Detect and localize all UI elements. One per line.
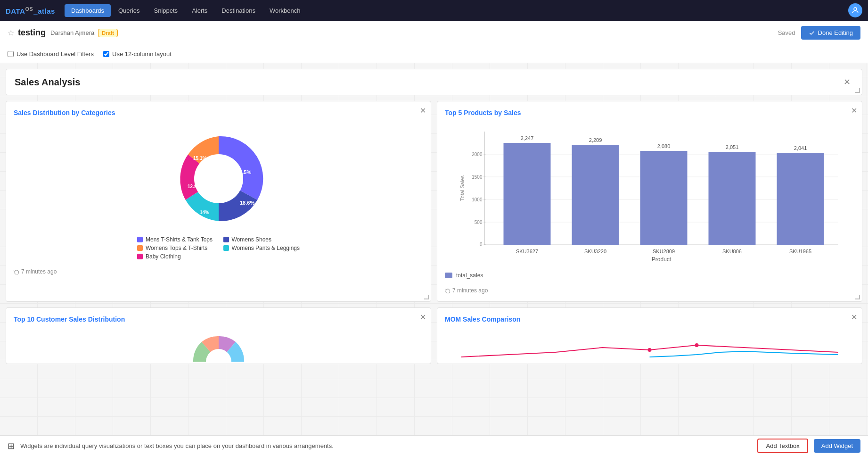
customer-donut-partial xyxy=(181,333,256,364)
label-baby: 12.9% xyxy=(188,184,201,189)
svg-text:2,247: 2,247 xyxy=(521,135,534,141)
bar-resize-handle[interactable] xyxy=(855,295,860,299)
x-axis-label: Product xyxy=(652,256,671,263)
dashboard-title: testing xyxy=(18,28,46,38)
donut-resize-handle[interactable] xyxy=(424,295,429,299)
nav-workbench[interactable]: Workbench xyxy=(263,4,307,17)
bar-sku2809 xyxy=(640,151,688,245)
svg-text:2,209: 2,209 xyxy=(589,137,602,143)
svg-text:1500: 1500 xyxy=(472,174,483,180)
svg-point-29 xyxy=(695,343,699,347)
y-axis-label: Total Sales xyxy=(459,175,465,201)
legend-item-mens: Mens T-Shirts & Tank Tops xyxy=(137,236,214,243)
mom-sales-widget: ✕ MOM Sales Comparison xyxy=(437,307,862,364)
widget-row-1: ✕ Sales Distribution by Categories xyxy=(6,101,862,302)
legend-dot-mens xyxy=(137,237,143,242)
svg-text:2,080: 2,080 xyxy=(657,143,671,149)
svg-text:1000: 1000 xyxy=(472,197,483,202)
donut-center xyxy=(194,154,243,203)
donut-svg: 39.5% 18.6% 14% 12.9% 15.1% xyxy=(167,127,270,231)
bar-chart-widget: ✕ Top 5 Products by Sales Total Sales 0 … xyxy=(437,101,862,302)
dashboard-content: Sales Analysis ✕ ✕ Sales Distribution by… xyxy=(0,63,868,435)
draft-badge: Draft xyxy=(98,29,118,37)
top-navigation: DATAOS_atlas Dashboards Queries Snippets… xyxy=(0,0,868,21)
svg-point-28 xyxy=(648,348,652,352)
donut-widget-close-button[interactable]: ✕ xyxy=(420,106,426,115)
legend-dot-shoes xyxy=(223,237,229,242)
label-shoes: 18.6% xyxy=(240,200,254,206)
column-layout-option[interactable]: Use 12-column layout xyxy=(103,50,172,58)
svg-text:0: 0 xyxy=(480,242,483,247)
svg-text:SKU3220: SKU3220 xyxy=(584,249,606,254)
donut-chart-widget: ✕ Sales Distribution by Categories xyxy=(6,101,431,302)
bar-sku3627 xyxy=(504,143,551,245)
svg-point-0 xyxy=(854,8,857,10)
widget-row-2: ✕ Top 10 Customer Sales Distribution ✕ M… xyxy=(6,307,862,364)
customer-sales-close-button[interactable]: ✕ xyxy=(420,313,426,322)
donut-refresh-info: 7 minutes ago xyxy=(14,268,423,275)
bar-sku806 xyxy=(709,152,756,245)
label-mens: 39.5% xyxy=(237,169,251,175)
dashboard-filters-checkbox[interactable] xyxy=(8,51,14,57)
svg-text:SKU1965: SKU1965 xyxy=(789,249,811,254)
mom-sales-close-button[interactable]: ✕ xyxy=(851,313,857,322)
column-layout-checkbox[interactable] xyxy=(103,51,109,57)
nav-queries[interactable]: Queries xyxy=(112,4,147,17)
svg-text:SKU2809: SKU2809 xyxy=(653,249,675,254)
user-avatar[interactable] xyxy=(848,3,862,17)
label-pants: 14% xyxy=(200,210,209,215)
saved-status: Saved xyxy=(778,29,795,36)
nav-snippets[interactable]: Snippets xyxy=(147,4,185,17)
bar-legend: total_sales xyxy=(445,272,854,279)
header-right: Saved Done Editing xyxy=(778,26,860,40)
bar-chart-svg: Total Sales 0 500 1000 1500 2000 xyxy=(445,127,854,268)
filters-bar: Use Dashboard Level Filters Use 12-colum… xyxy=(0,45,868,63)
customer-sales-title: Top 10 Customer Sales Distribution xyxy=(14,315,423,323)
nav-right xyxy=(848,3,862,17)
section-resize-handle[interactable] xyxy=(855,88,860,93)
app-logo: DATAOS_atlas xyxy=(6,6,55,15)
mom-chart-partial xyxy=(437,338,862,364)
bar-refresh-info: 7 minutes ago xyxy=(445,287,854,294)
donut-chart-container: 39.5% 18.6% 14% 12.9% 15.1% Mens T-Shirt… xyxy=(14,122,423,265)
svg-text:2000: 2000 xyxy=(472,152,483,157)
section-title: Sales Analysis xyxy=(15,77,80,88)
svg-text:SKU3627: SKU3627 xyxy=(516,249,538,254)
bar-sku3220 xyxy=(572,145,619,245)
legend-item-tops: Womens Tops & T-Shirts xyxy=(137,245,214,251)
bar-chart-title: Top 5 Products by Sales xyxy=(445,109,854,116)
refresh-icon-donut xyxy=(14,269,19,274)
nav-items: Dashboards Queries Snippets Alerts Desti… xyxy=(65,4,848,17)
svg-text:2,051: 2,051 xyxy=(726,144,739,150)
legend-item-baby: Baby Clothing xyxy=(137,253,214,260)
label-tops: 15.1% xyxy=(193,156,206,161)
section-close-button[interactable]: ✕ xyxy=(841,76,853,88)
legend-item-shoes: Womens Shoes xyxy=(223,236,300,243)
nav-destinations[interactable]: Destinations xyxy=(215,4,262,17)
svg-text:500: 500 xyxy=(475,220,483,225)
customer-sales-widget: ✕ Top 10 Customer Sales Distribution xyxy=(6,307,431,364)
bar-legend-dot xyxy=(445,273,452,278)
donut-legend: Mens T-Shirts & Tank Tops Womens Shoes W… xyxy=(137,236,300,260)
dashboard-level-filters-option[interactable]: Use Dashboard Level Filters xyxy=(8,50,94,58)
mom-sales-title: MOM Sales Comparison xyxy=(445,315,854,323)
refresh-icon-bar xyxy=(445,288,450,293)
done-editing-button[interactable]: Done Editing xyxy=(801,26,860,40)
legend-item-pants: Womens Pants & Leggings xyxy=(223,245,300,251)
legend-dot-tops xyxy=(137,245,143,251)
author-name: Darshan Ajmera xyxy=(50,29,94,36)
bar-chart-container: Total Sales 0 500 1000 1500 2000 xyxy=(445,122,854,283)
svg-text:SKU806: SKU806 xyxy=(722,249,742,254)
svg-text:2,041: 2,041 xyxy=(794,145,807,151)
legend-dot-baby xyxy=(137,254,143,259)
sales-analysis-section: Sales Analysis ✕ xyxy=(6,69,862,95)
bar-widget-close-button[interactable]: ✕ xyxy=(851,106,857,115)
bar-sku1965 xyxy=(777,153,824,245)
nav-alerts[interactable]: Alerts xyxy=(185,4,214,17)
legend-dot-pants xyxy=(223,245,229,251)
check-icon xyxy=(809,30,815,36)
star-icon[interactable]: ☆ xyxy=(8,28,14,37)
header-bar: ☆ testing Darshan Ajmera Draft Saved Don… xyxy=(0,21,868,45)
donut-chart-title: Sales Distribution by Categories xyxy=(14,109,423,116)
nav-dashboards[interactable]: Dashboards xyxy=(65,4,111,17)
